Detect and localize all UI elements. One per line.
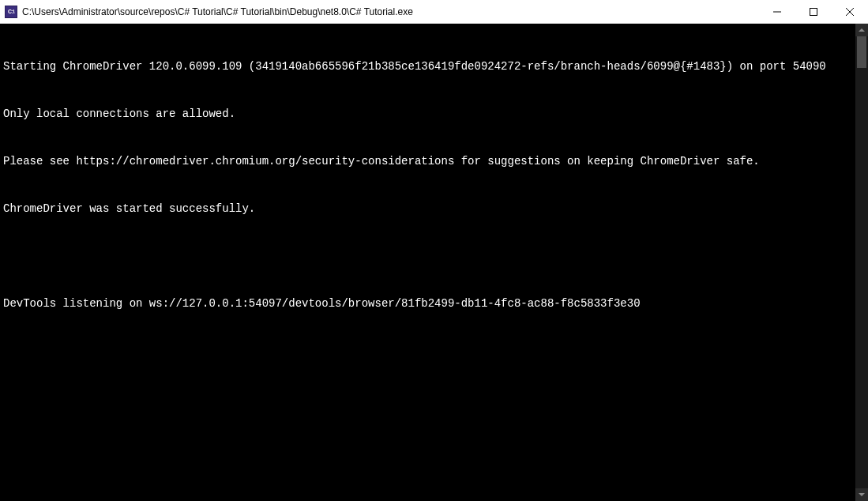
scroll-thumb[interactable]: [857, 36, 866, 68]
console-line: ChromeDriver was started successfully.: [3, 201, 852, 217]
scroll-up-button[interactable]: [855, 24, 868, 36]
console-line: Please see https://chromedriver.chromium…: [3, 153, 852, 169]
close-icon: [846, 8, 854, 16]
console-line: [3, 248, 852, 264]
svg-rect-1: [810, 8, 817, 15]
app-icon: C:\: [5, 6, 17, 18]
console-output[interactable]: Starting ChromeDriver 120.0.6099.109 (34…: [0, 24, 855, 501]
title-bar[interactable]: C:\ C:\Users\Administrator\source\repos\…: [0, 0, 868, 24]
window-controls: [759, 0, 868, 23]
close-button[interactable]: [832, 0, 868, 23]
minimize-button[interactable]: [759, 0, 795, 23]
console-line: DevTools listening on ws://127.0.0.1:540…: [3, 296, 852, 311]
vertical-scrollbar[interactable]: [855, 24, 868, 501]
console-line: Starting ChromeDriver 120.0.6099.109 (34…: [3, 58, 852, 74]
console-area: Starting ChromeDriver 120.0.6099.109 (34…: [0, 24, 868, 501]
console-icon: C:\: [5, 6, 17, 18]
console-line: Only local connections are allowed.: [3, 106, 852, 122]
minimize-icon: [773, 8, 781, 16]
window-title: C:\Users\Administrator\source\repos\C# T…: [22, 6, 759, 17]
maximize-button[interactable]: [795, 0, 832, 23]
scroll-down-button[interactable]: [855, 488, 868, 501]
maximize-icon: [810, 8, 817, 16]
